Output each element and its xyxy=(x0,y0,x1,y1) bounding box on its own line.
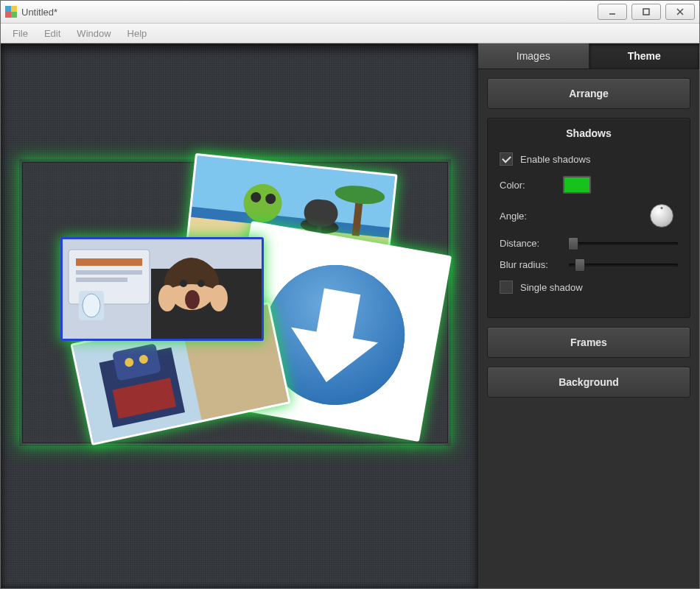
window-title: Untitled* xyxy=(21,7,57,18)
single-shadow-label: Single shadow xyxy=(520,282,583,293)
collage-frame[interactable] xyxy=(21,161,449,444)
shadow-color-row: Color: xyxy=(500,176,678,194)
single-shadow-row: Single shadow xyxy=(500,281,678,294)
title-bar: Untitled* xyxy=(1,1,699,24)
blur-label: Blur radius: xyxy=(500,259,563,270)
svg-rect-28 xyxy=(76,270,142,275)
close-button[interactable] xyxy=(665,4,695,20)
maximize-button[interactable] xyxy=(631,4,661,20)
theme-panel: Arrange Shadows Enable shadows Color: An… xyxy=(478,69,699,406)
window-controls xyxy=(598,4,695,20)
menu-bar: File Edit Window Help xyxy=(1,24,699,43)
single-shadow-checkbox[interactable] xyxy=(500,281,513,294)
app-icon xyxy=(5,6,17,18)
app-window: Untitled* File Edit Window Help xyxy=(0,0,700,589)
svg-point-37 xyxy=(158,285,176,311)
blur-slider-thumb[interactable] xyxy=(575,258,585,272)
distance-slider-thumb[interactable] xyxy=(568,237,578,250)
maximize-icon xyxy=(642,7,651,16)
canvas-area[interactable] xyxy=(1,43,477,588)
menu-file[interactable]: File xyxy=(13,28,28,39)
workspace: Images Theme Arrange Shadows Enable shad… xyxy=(1,43,699,588)
color-label: Color: xyxy=(500,180,563,191)
angle-label: Angle: xyxy=(500,211,563,222)
menu-edit[interactable]: Edit xyxy=(44,28,60,39)
shadows-section: Shadows Enable shadows Color: Angle: xyxy=(487,118,690,318)
background-button[interactable]: Background xyxy=(487,367,690,398)
shadow-blur-row: Blur radius: xyxy=(500,259,678,270)
side-panel: Images Theme Arrange Shadows Enable shad… xyxy=(477,43,699,588)
minimize-button[interactable] xyxy=(598,4,627,20)
svg-rect-1 xyxy=(643,9,649,15)
minimize-icon xyxy=(608,7,617,16)
close-icon xyxy=(676,7,685,16)
distance-slider[interactable] xyxy=(569,242,678,245)
arrange-button[interactable]: Arrange xyxy=(487,78,690,109)
svg-rect-29 xyxy=(76,278,127,282)
shadow-color-swatch[interactable] xyxy=(563,176,591,194)
svg-point-36 xyxy=(185,290,200,309)
distance-label: Distance: xyxy=(500,238,563,249)
svg-rect-27 xyxy=(76,258,142,266)
tab-images[interactable]: Images xyxy=(478,43,589,68)
svg-point-31 xyxy=(83,294,100,317)
tab-theme[interactable]: Theme xyxy=(589,43,700,68)
svg-point-35 xyxy=(197,280,205,287)
enable-shadows-checkbox[interactable] xyxy=(500,152,513,166)
svg-point-38 xyxy=(210,285,228,311)
enable-shadows-row: Enable shadows xyxy=(500,152,678,166)
svg-point-34 xyxy=(180,280,187,287)
frames-button[interactable]: Frames xyxy=(487,327,690,358)
shadows-title: Shadows xyxy=(500,127,678,139)
angle-dial[interactable] xyxy=(650,204,673,228)
menu-window[interactable]: Window xyxy=(77,28,111,39)
enable-shadows-label: Enable shadows xyxy=(520,154,590,165)
menu-help[interactable]: Help xyxy=(127,28,147,39)
tab-strip: Images Theme xyxy=(478,43,699,69)
shadow-angle-row: Angle: xyxy=(500,204,678,228)
shadow-distance-row: Distance: xyxy=(500,238,678,249)
collage-image-scream[interactable] xyxy=(63,239,262,339)
blur-slider[interactable] xyxy=(569,264,678,267)
